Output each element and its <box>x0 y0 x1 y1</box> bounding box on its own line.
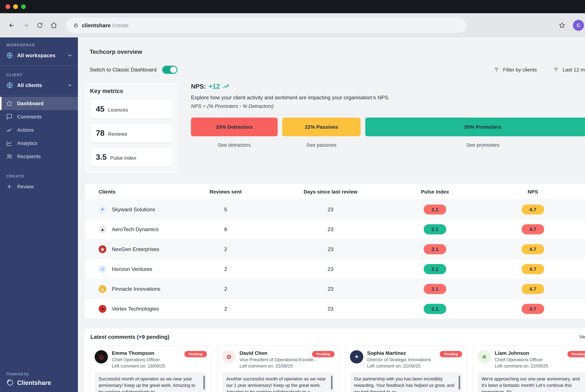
bookmark-star-button[interactable] <box>555 18 569 32</box>
nps-formula: NPS = (% Promoters - % Detractors) <box>191 103 585 109</box>
client-logo: ● <box>99 305 106 313</box>
brand-name: Clientshare <box>17 379 51 386</box>
latest-comments-panel: Latest comments (+9 pending) View all ◎ … <box>84 328 585 392</box>
sidebar-item-actions[interactable]: Actions <box>0 124 78 137</box>
comment-scrollbar[interactable] <box>459 376 460 390</box>
lock-icon <box>73 23 78 28</box>
nps-distribution-bar: 33% Detractors See detractors 22% Passiv… <box>191 118 585 148</box>
passives-bar: 22% Passives <box>282 118 360 136</box>
plus-icon <box>6 184 12 190</box>
zoom-button[interactable] <box>21 4 26 9</box>
sidebar-item-review[interactable]: Review <box>0 180 78 193</box>
nps-value: +12 <box>208 82 220 90</box>
client-logo: ▲ <box>99 226 106 233</box>
nps-panel: NPS: +12 Explore how your client activit… <box>187 82 585 148</box>
client-name: Horizon Ventures <box>112 266 152 272</box>
metric-label: Pulse index <box>110 155 136 161</box>
table-row[interactable]: ✈ Skyward Solutions 5 23 2.1 4.7 <box>84 199 585 219</box>
sidebar: WORKSPACE All workspaces CLIENT All clie… <box>0 38 78 392</box>
table-row[interactable]: ▲ Pinnacle Innovations 2 23 2.1 4.7 <box>84 279 585 299</box>
promoters-bar: 55% Promoters <box>365 118 585 136</box>
classic-dashboard-toggle[interactable] <box>162 66 178 74</box>
nps-badge: 4.7 <box>522 204 544 215</box>
nps-badge: 4.7 <box>522 284 544 294</box>
sidebar-item-comments[interactable]: Comments <box>0 110 78 123</box>
client-logo: ◉ <box>99 245 106 253</box>
sidebar-item-label: Review <box>17 184 34 190</box>
comment-date: Left comment on: 19/09/25 <box>112 364 165 368</box>
divider <box>191 114 469 114</box>
filter-by-clients-label: Filter by clients <box>503 67 537 73</box>
filter-by-clients-button[interactable]: Filter by clients <box>494 67 537 73</box>
see-detractors-link[interactable]: See detractors <box>191 142 278 148</box>
table-row[interactable]: ☺ Horizon Ventures 2 23 2.1 4.7 <box>84 259 585 279</box>
comment-scrollbar[interactable] <box>331 376 332 390</box>
close-button[interactable] <box>6 4 10 9</box>
client-name: Vertex Technologies <box>112 306 159 312</box>
days-since-cell: 23 <box>257 206 404 212</box>
home-icon <box>50 22 57 29</box>
table-row[interactable]: ◉ NexGen Enterprises 2 23 2.1 4.7 <box>84 239 585 259</box>
comment-scrollbar[interactable] <box>203 376 205 390</box>
forward-button[interactable] <box>19 18 33 32</box>
users-icon <box>6 153 12 160</box>
column-header-nps: NPS <box>466 189 585 195</box>
nps-description: Explore how your client activity and sen… <box>191 94 585 100</box>
commenter-role: Vice President of Operational Excelle... <box>240 357 317 362</box>
double-check-icon <box>6 127 12 133</box>
divider <box>0 95 78 95</box>
date-range-filter-button[interactable]: Last 12 months <box>553 67 585 73</box>
back-button[interactable] <box>5 18 19 32</box>
home-button[interactable] <box>47 18 61 32</box>
sidebar-item-recipients[interactable]: Recipients <box>0 150 78 163</box>
minimize-button[interactable] <box>13 4 18 9</box>
comment-text: Our partnership with you has been incred… <box>354 376 454 392</box>
comment-text-box: We're approaching our one-year anniversa… <box>478 372 585 392</box>
see-passives-link[interactable]: See passives <box>282 142 360 148</box>
globe-icon <box>6 52 13 59</box>
see-promoters-link[interactable]: See promoters <box>365 142 585 148</box>
commenter-name: Sophia Martinez <box>367 350 431 356</box>
comment-text: Another successful month of operation as… <box>226 376 326 392</box>
refresh-button[interactable] <box>33 18 47 32</box>
workspace-selector[interactable]: All workspaces <box>0 49 78 62</box>
forward-icon <box>22 22 29 29</box>
address-bar[interactable]: clientshare/create <box>66 18 466 33</box>
client-selector[interactable]: All clients <box>0 78 78 92</box>
sidebar-item-label: Actions <box>17 127 34 133</box>
commenter-avatar: ✦ <box>350 350 363 364</box>
reviews-sent-cell: 5 <box>194 206 257 212</box>
browser-profile-avatar[interactable]: C <box>573 20 584 31</box>
sidebar-item-dashboard[interactable]: Dashboard <box>0 97 78 110</box>
pulse-index-badge: 2.1 <box>424 204 446 215</box>
browser-toolbar: clientshare/create C ⋮ <box>0 13 585 38</box>
comment-date: Left comment on: 22/09/25 <box>240 364 317 368</box>
commenter-name: Liam Johnson <box>495 350 548 356</box>
commenter-role: Chief Operations Officer <box>112 357 165 362</box>
pulse-index-badge: 2.1 <box>424 244 446 254</box>
client-name: Skyward Solutions <box>112 206 155 212</box>
comment-card: ✦ Sophia Martinez Director of Strategic … <box>345 345 467 392</box>
sidebar-footer: Powered by Clientshare <box>6 372 51 386</box>
chevron-down-icon <box>67 82 72 88</box>
sidebar-item-analytics[interactable]: Analytics <box>0 137 78 150</box>
client-logo: ☺ <box>99 265 106 273</box>
pulse-index-badge: 2.1 <box>424 264 446 274</box>
clients-table: Clients Reviews sent Days since last rev… <box>84 183 585 319</box>
table-header-row: Clients Reviews sent Days since last rev… <box>84 184 585 200</box>
client-selector-label: All clients <box>17 82 42 88</box>
url-path: /create <box>112 22 128 28</box>
sidebar-item-label: Analytics <box>17 140 38 146</box>
pulse-index-badge: 2.1 <box>424 224 446 234</box>
view-all-link[interactable]: View all <box>580 334 585 339</box>
table-row[interactable]: ● Vertex Technologies 2 23 2.1 4.7 <box>84 299 585 319</box>
commenter-role: Chief Operations Officer <box>495 357 548 362</box>
comment-text-box: Our partnership with you has been incred… <box>350 372 462 392</box>
star-icon <box>558 22 566 29</box>
detractors-bar: 33% Detractors <box>191 118 278 136</box>
table-row[interactable]: ▲ AeroTech Dynamics 8 23 2.1 4.7 <box>84 219 585 239</box>
nps-badge: 4.7 <box>522 264 544 274</box>
metric-card-licences: 45 Licences <box>90 99 174 119</box>
chevron-down-icon <box>67 53 72 58</box>
powered-by-label: Powered by <box>6 372 51 376</box>
